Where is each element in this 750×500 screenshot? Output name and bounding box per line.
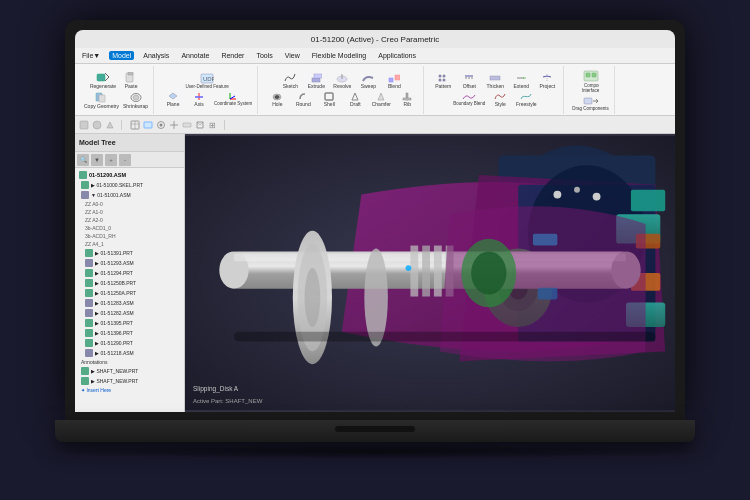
svg-rect-18 bbox=[389, 78, 393, 82]
hole-button[interactable]: Hole bbox=[265, 91, 289, 108]
svg-rect-58 bbox=[85, 319, 93, 327]
style-button[interactable]: Style bbox=[488, 91, 512, 108]
svg-rect-57 bbox=[85, 309, 93, 317]
title-bar: 01-51200 (Active) - Creo Parametric bbox=[75, 30, 675, 48]
menu-bar: File▼ Model Analysis Annotate Render Too… bbox=[75, 48, 675, 64]
tree-item-insert[interactable]: ✦ Insert Here bbox=[77, 386, 182, 394]
chamfer-button[interactable]: Chamfer bbox=[369, 91, 393, 108]
tree-item-a2[interactable]: ZZ A2-0 bbox=[77, 216, 182, 224]
tree-item-root[interactable]: 01-51200.ASM bbox=[77, 170, 182, 180]
svg-rect-52 bbox=[85, 259, 93, 267]
svg-point-92 bbox=[574, 187, 580, 193]
svg-point-29 bbox=[443, 79, 446, 82]
plane-button[interactable]: Plane bbox=[161, 91, 185, 108]
svg-rect-56 bbox=[85, 299, 93, 307]
tree-item-skel[interactable]: ▶ 01-51000.SKEL.PRT bbox=[77, 180, 182, 190]
draft-button[interactable]: Draft bbox=[343, 91, 367, 108]
menu-render[interactable]: Render bbox=[218, 51, 247, 60]
svg-point-6 bbox=[133, 95, 139, 100]
laptop-shadow bbox=[35, 444, 715, 459]
tree-item-51293[interactable]: ▶ 01-51293.ASM bbox=[77, 258, 182, 268]
toolbar-editing-group: Pattern Offset Thicken bbox=[427, 66, 564, 114]
tree-item-shaft2[interactable]: ▶ SHAFT_NEW.PRT bbox=[77, 376, 182, 386]
thicken-button[interactable]: Thicken bbox=[483, 72, 507, 90]
panel-filter-icon[interactable]: ▼ bbox=[91, 154, 103, 166]
menu-model[interactable]: Model bbox=[109, 51, 134, 60]
copy-geometry-button[interactable]: Copy Geometry bbox=[83, 91, 120, 110]
tree-item-51218[interactable]: ▶ 01-51218.ASM bbox=[77, 348, 182, 358]
svg-rect-61 bbox=[85, 349, 93, 357]
paste-button[interactable]: Paste bbox=[119, 71, 143, 90]
project-button[interactable]: Project bbox=[535, 72, 559, 90]
svg-rect-51 bbox=[85, 249, 93, 257]
pattern-button[interactable]: Pattern bbox=[431, 72, 455, 90]
svg-rect-62 bbox=[81, 367, 89, 375]
tree-item-51250a[interactable]: ▶ 01-51250A.PRT bbox=[77, 288, 182, 298]
svg-rect-48 bbox=[79, 171, 87, 179]
tree-item-51395[interactable]: ▶ 01-51395.PRT bbox=[77, 318, 182, 328]
tree-item-51283[interactable]: ▶ 01-51283.ASM bbox=[77, 298, 182, 308]
paste-label: Paste bbox=[125, 83, 138, 89]
viewport[interactable]: Slipping_Disk A Active Part: SHAFT_NEW bbox=[185, 134, 675, 412]
tree-item-51250b[interactable]: ▶ 01-51250B.PRT bbox=[77, 278, 182, 288]
menu-annotate[interactable]: Annotate bbox=[178, 51, 212, 60]
axis-button[interactable]: Axis bbox=[187, 91, 211, 108]
tree-item-3b0[interactable]: 3b-ACD1_0 bbox=[77, 224, 182, 232]
boundary-blend-button[interactable]: Boundary Blend bbox=[452, 91, 486, 108]
menu-file[interactable]: File▼ bbox=[79, 51, 103, 60]
tree-item-51294[interactable]: ▶ 01-51294.PRT bbox=[77, 268, 182, 278]
menu-applications[interactable]: Applications bbox=[375, 51, 419, 60]
model-tree-header: Model Tree bbox=[75, 134, 184, 152]
svg-rect-53 bbox=[85, 269, 93, 277]
sketch-button[interactable]: Sketch bbox=[278, 72, 302, 90]
toolbar-getdata-group: UDF User-Defined Feature Plane A bbox=[157, 66, 258, 114]
tree-item-shaft1[interactable]: ▶ SHAFT_NEW.PRT bbox=[77, 366, 182, 376]
rib-button[interactable]: Rib bbox=[395, 91, 419, 108]
tree-item-3brh[interactable]: 3b-ACD1_RH bbox=[77, 232, 182, 240]
svg-rect-60 bbox=[85, 339, 93, 347]
svg-rect-85 bbox=[422, 246, 430, 297]
svg-point-27 bbox=[443, 75, 446, 78]
extend-button[interactable]: Extend bbox=[509, 72, 533, 90]
regenerate-button[interactable]: Regenerate bbox=[89, 71, 117, 90]
menu-flexible[interactable]: Flexible Modeling bbox=[309, 51, 369, 60]
svg-rect-41 bbox=[144, 122, 152, 128]
drag-components-button[interactable]: Drag Components bbox=[571, 95, 610, 112]
svg-point-26 bbox=[439, 75, 442, 78]
panel-expand-icon[interactable]: + bbox=[105, 154, 117, 166]
component-interface-button[interactable]: Component Interface bbox=[579, 69, 603, 94]
tree-item-51391[interactable]: ▶ 01-51391.PRT bbox=[77, 248, 182, 258]
tree-item-51282[interactable]: ▶ 01-51282.ASM bbox=[77, 308, 182, 318]
svg-rect-33 bbox=[592, 73, 596, 77]
svg-point-28 bbox=[439, 79, 442, 82]
user-defined-feature-button[interactable]: UDF User-Defined Feature bbox=[185, 72, 230, 90]
freestyle-button[interactable]: Freestyle bbox=[514, 91, 538, 108]
shrinkwrap-button[interactable]: Shrinkwrap bbox=[122, 91, 149, 110]
coord-system-button[interactable]: Coordinate System bbox=[213, 91, 253, 108]
svg-point-21 bbox=[275, 96, 279, 99]
tree-item-a4[interactable]: ZZ A4_1 bbox=[77, 240, 182, 248]
svg-rect-84 bbox=[410, 246, 418, 297]
left-panel: Model Tree 🔍 ▼ + - 01-51200. bbox=[75, 134, 185, 412]
offset-button[interactable]: Offset bbox=[457, 72, 481, 90]
menu-view[interactable]: View bbox=[282, 51, 303, 60]
tree-item-annotations[interactable]: Annotations bbox=[77, 358, 182, 366]
slipping-disk-label: Slipping_Disk A bbox=[193, 385, 238, 392]
extrude-button[interactable]: Extrude bbox=[304, 72, 328, 90]
tree-item-a0[interactable]: ZZ A0-0 bbox=[77, 200, 182, 208]
tree-item-51290[interactable]: ▶ 01-51290.PRT bbox=[77, 338, 182, 348]
svg-rect-15 bbox=[312, 78, 320, 82]
tree-item-a1[interactable]: ZZ A1-0 bbox=[77, 208, 182, 216]
tree-item-51396[interactable]: ▶ 01-51396.PRT bbox=[77, 328, 182, 338]
menu-tools[interactable]: Tools bbox=[253, 51, 275, 60]
laptop-screen-outer: 01-51200 (Active) - Creo Parametric File… bbox=[65, 20, 685, 420]
menu-analysis[interactable]: Analysis bbox=[140, 51, 172, 60]
round-button[interactable]: Round bbox=[291, 91, 315, 108]
tree-item-51001[interactable]: ▼ 01-51001.ASM bbox=[77, 190, 182, 200]
revolve-button[interactable]: Revolve bbox=[330, 72, 354, 90]
panel-collapse-icon[interactable]: - bbox=[119, 154, 131, 166]
blend-button[interactable]: Blend bbox=[382, 72, 406, 90]
panel-search-icon[interactable]: 🔍 bbox=[77, 154, 89, 166]
sweep-button[interactable]: Sweep bbox=[356, 72, 380, 90]
shell-button[interactable]: Shell bbox=[317, 91, 341, 108]
